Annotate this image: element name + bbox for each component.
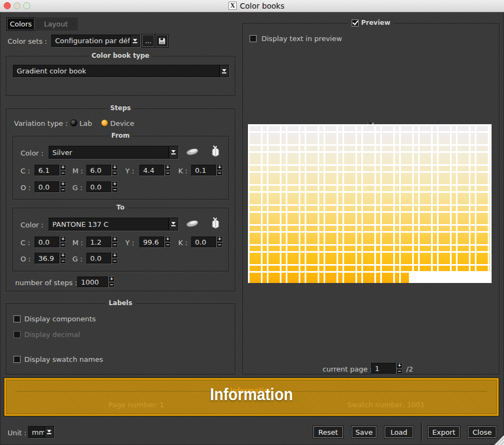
to-g-field[interactable]: 0.0 (86, 253, 111, 264)
reset-button[interactable]: Reset (313, 426, 343, 438)
from-g-spinner[interactable]: +− (112, 181, 118, 192)
spin-up-icon[interactable]: + (112, 253, 118, 258)
from-color-dropdown[interactable]: Silver (49, 146, 178, 159)
current-page-spinner[interactable]: +− (397, 363, 402, 374)
spin-up-icon[interactable]: + (217, 165, 223, 170)
spin-down-icon[interactable]: − (217, 171, 223, 176)
radio-lab[interactable] (70, 119, 77, 126)
spin-down-icon[interactable]: − (217, 242, 223, 248)
dropdown-arrow-icon[interactable] (169, 146, 178, 158)
to-color-dropdown[interactable]: PANTONE 137 C (49, 218, 178, 231)
to-c-spinner[interactable]: +− (60, 237, 66, 247)
close-button[interactable]: Close (468, 426, 496, 438)
to-edit-color-icon[interactable] (210, 217, 221, 232)
radio-device[interactable] (101, 119, 108, 126)
color-sets-more-button[interactable]: ... (142, 35, 154, 47)
color-sets-dropdown[interactable]: Configuration par défau (51, 35, 140, 47)
export-button[interactable]: Export (428, 426, 460, 438)
spin-up-icon[interactable]: + (60, 253, 66, 258)
from-m-field[interactable]: 6.0 (86, 165, 111, 176)
gradient-preview-page (248, 124, 492, 283)
display-text-in-preview-checkbox[interactable] (250, 35, 257, 42)
spin-down-icon[interactable]: − (112, 242, 118, 248)
display-text-in-preview-label[interactable]: Display text in preview (261, 35, 342, 43)
spin-up-icon[interactable]: + (217, 237, 223, 242)
tab-colors[interactable]: Colors (7, 18, 35, 30)
radio-lab-label[interactable]: Lab (79, 119, 92, 127)
from-o-spinner[interactable]: +− (60, 181, 66, 192)
display-swatch-names-checkbox[interactable] (14, 356, 21, 363)
to-c-field[interactable]: 0.0 (35, 237, 59, 247)
spin-up-icon[interactable]: + (165, 237, 171, 242)
from-c-spinner[interactable]: +− (60, 165, 66, 176)
dropdown-arrow-icon[interactable] (130, 35, 139, 46)
spin-up-icon[interactable]: + (109, 277, 115, 282)
from-c-label: C : (21, 167, 30, 175)
spin-down-icon[interactable]: − (109, 282, 115, 288)
to-k-field[interactable]: 0.0 (191, 237, 216, 247)
tab-layout[interactable]: Layout (35, 18, 77, 30)
color-book-type-title-text: Color book type (91, 52, 149, 59)
to-o-spinner[interactable]: +− (60, 253, 66, 264)
spin-down-icon[interactable]: − (165, 242, 171, 248)
spin-down-icon[interactable]: − (60, 242, 66, 248)
color-sets-save-button[interactable] (156, 35, 168, 47)
to-k-spinner[interactable]: +− (217, 237, 223, 247)
save-button[interactable]: Save (352, 426, 377, 438)
book-type-dropdown[interactable]: Gradient color book (13, 65, 229, 77)
dropdown-arrow-icon[interactable] (219, 65, 229, 77)
minimize-traffic-light[interactable] (14, 2, 21, 9)
preview-title-text: Preview (361, 19, 390, 26)
dropdown-arrow-icon[interactable] (44, 427, 53, 437)
to-y-spinner[interactable]: +− (165, 237, 171, 247)
unit-value: mm (29, 427, 44, 437)
spin-down-icon[interactable]: − (112, 187, 118, 193)
unit-dropdown[interactable]: mm (28, 426, 54, 438)
zoom-traffic-light[interactable] (23, 2, 30, 9)
spin-down-icon[interactable]: − (112, 171, 118, 176)
display-decimal-label: Display decimal (24, 331, 80, 339)
dropdown-arrow-icon[interactable] (169, 218, 178, 230)
display-components-label[interactable]: Display components (24, 315, 96, 323)
current-page-field[interactable]: 1 (371, 363, 396, 374)
load-button[interactable]: Load (385, 426, 413, 438)
display-swatch-names-label[interactable]: Display swatch names (24, 355, 103, 363)
spin-up-icon[interactable]: + (112, 237, 118, 242)
close-traffic-light[interactable] (4, 2, 11, 9)
to-o-field[interactable]: 36.9 (35, 253, 59, 264)
to-m-field[interactable]: 1.2 (86, 237, 111, 247)
number-of-steps-spinner[interactable]: +− (109, 277, 115, 287)
spin-down-icon[interactable]: − (60, 259, 66, 264)
spin-up-icon[interactable]: + (397, 363, 402, 368)
to-g-spinner[interactable]: +− (112, 253, 118, 264)
spin-down-icon[interactable]: − (60, 187, 66, 193)
from-m-spinner[interactable]: +− (112, 165, 118, 176)
spin-up-icon[interactable]: + (60, 181, 66, 187)
from-c-field[interactable]: 6.1 (35, 165, 59, 176)
from-o-field[interactable]: 0.0 (35, 181, 59, 192)
from-k-spinner[interactable]: +− (217, 165, 223, 176)
number-of-steps-field[interactable]: 1000 (77, 277, 108, 287)
display-components-checkbox[interactable] (14, 315, 21, 322)
spin-down-icon[interactable]: − (112, 259, 118, 264)
from-k-field[interactable]: 0.1 (191, 165, 216, 176)
radio-device-label[interactable]: Device (110, 119, 134, 127)
preview-enable-checkbox[interactable] (351, 19, 358, 26)
spin-up-icon[interactable]: + (112, 181, 118, 187)
spin-up-icon[interactable]: + (165, 165, 171, 170)
from-y-spinner[interactable]: +− (165, 165, 171, 176)
spin-down-icon[interactable]: − (60, 171, 66, 176)
to-eraser-icon[interactable] (185, 219, 199, 231)
spin-down-icon[interactable]: − (165, 171, 171, 176)
from-g-field[interactable]: 0.0 (86, 181, 111, 192)
to-y-field[interactable]: 99.6 (139, 237, 164, 247)
spin-up-icon[interactable]: + (60, 165, 66, 170)
from-eraser-icon[interactable] (185, 147, 199, 159)
spin-up-icon[interactable]: + (112, 165, 118, 170)
spin-down-icon[interactable]: − (397, 369, 402, 374)
to-title-text: To (117, 204, 125, 211)
spin-up-icon[interactable]: + (60, 237, 66, 242)
to-m-spinner[interactable]: +− (112, 237, 118, 247)
from-edit-color-icon[interactable] (210, 145, 221, 160)
from-y-field[interactable]: 4.4 (139, 165, 164, 176)
